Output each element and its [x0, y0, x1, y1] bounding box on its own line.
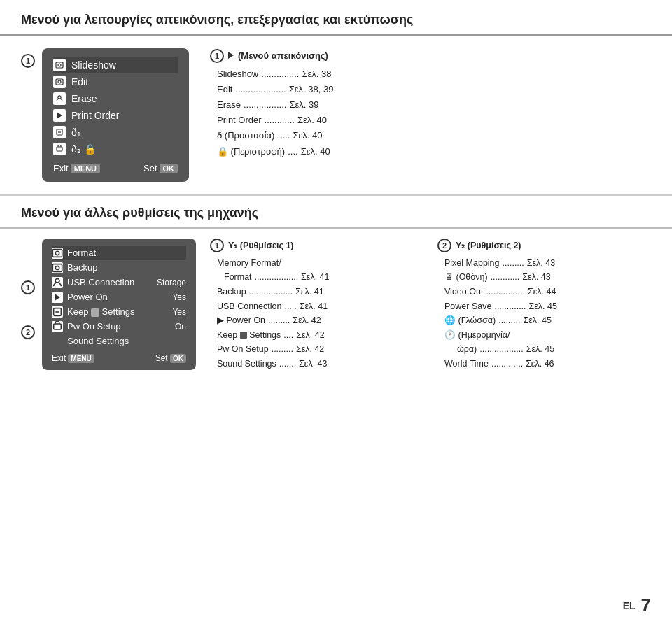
top-menu-box: Slideshow Edit Erase Print — [42, 48, 189, 182]
bd2-worldtime: World Time.............Σελ. 46 — [438, 357, 651, 371]
top-desc-erase-label: Erase — [217, 97, 241, 113]
usb-label: USB Connection — [67, 277, 134, 287]
top-desc-edit-label: Edit — [217, 82, 232, 97]
menu-item-pwonsetup[interactable]: Pw On Setup On — [52, 319, 186, 334]
menu-item-edit[interactable]: Edit — [53, 73, 178, 90]
soundsettings-label: Sound Settings — [67, 336, 129, 346]
footer-lang: EL — [623, 600, 636, 611]
set-label-top: Set — [144, 163, 158, 173]
bd1-usb: USB Connection.....Σελ. 41 — [210, 299, 424, 314]
pwonsetup-val: On — [175, 322, 186, 332]
top-desc-protect-label: ð (Προστασία) — [217, 128, 274, 143]
camera-icon-backup — [52, 262, 63, 273]
protect-icon — [53, 126, 66, 138]
svg-point-1 — [58, 64, 61, 66]
menu-item-slideshow[interactable]: Slideshow — [53, 57, 178, 73]
bd2-pixelmapping: Pixel Mapping.........Σελ. 43 — [438, 256, 651, 271]
bd2-datetime2: ώρα)..................Σελ. 45 — [438, 342, 651, 357]
badge-1: 1 — [21, 54, 35, 68]
bd1-memformat: Memory Format/ — [210, 256, 424, 271]
keep-label: Keep Settings — [67, 306, 135, 317]
bd1-poweron: ▶ Power On.........Σελ. 42 — [210, 313, 424, 328]
page-title: Μενού για λειτουργίες απεικόνισης, επεξε… — [0, 0, 672, 36]
exit-label-bottom: Exit — [52, 353, 66, 363]
top-desc-printorder-page: Σελ. 40 — [298, 113, 327, 128]
bottom-desc-col1: 1 Υ₁ (Ρυθμίσεις 1) Memory Format/ Format… — [210, 239, 424, 371]
svg-point-11 — [55, 266, 59, 269]
poweron-val: Yes — [172, 292, 186, 302]
top-desc-protect: ð (Προστασία).....Σελ. 40 — [210, 128, 333, 143]
svg-rect-10 — [52, 264, 62, 271]
bottom-desc1-header: Υ₁ (Ρυθμίσεις 1) — [228, 239, 294, 253]
badge-bottom-2: 2 — [21, 325, 35, 339]
top-exit-set: Exit MENU Set OK — [53, 163, 178, 173]
ok-key-top: OK — [160, 164, 178, 173]
pwonsetup-label: Pw On Setup — [67, 321, 121, 332]
menu-item-printorder[interactable]: Print Order — [53, 107, 178, 124]
top-desc-protect-page: Σελ. 40 — [293, 128, 323, 143]
menu-item-erase[interactable]: Erase — [53, 90, 178, 107]
badge-bottom-1: 1 — [21, 280, 35, 294]
svg-rect-8 — [52, 249, 62, 257]
menu-item-usb[interactable]: USB Connection Storage — [52, 275, 186, 290]
top-desc-printorder-label: Print Order — [217, 113, 262, 128]
top-desc-printorder: Print Order............Σελ. 40 — [210, 113, 333, 128]
menu-item-rotate[interactable]: ð₂ 🔒 — [53, 141, 178, 157]
play-icon-poweron — [52, 292, 63, 303]
rotate-label: ð₂ 🔒 — [71, 143, 96, 155]
bottom-menu-box: Format Backup USB Connection Storage — [42, 239, 196, 370]
svg-rect-2 — [56, 79, 63, 85]
menu-key-top: MENU — [71, 164, 100, 173]
svg-rect-0 — [56, 62, 63, 68]
top-desc-slideshow: Slideshow...............Σελ. 38 — [210, 66, 333, 82]
ok-key-bottom: OK — [170, 354, 186, 363]
menu-item-soundsettings[interactable]: Sound Settings — [52, 334, 186, 348]
top-desc-erase: Erase.................Σελ. 39 — [210, 97, 333, 113]
person-icon-usb — [52, 277, 63, 288]
printorder-label: Print Order — [71, 110, 119, 121]
camera-icon-slideshow — [53, 59, 66, 71]
play-icon-desc — [228, 48, 234, 64]
menu-item-format[interactable]: Format — [52, 246, 186, 260]
top-desc-slideshow-page: Σελ. 38 — [302, 66, 331, 82]
footer-page: 7 — [641, 595, 651, 616]
camera-icon-edit — [53, 76, 66, 88]
top-desc-rotate: 🔒 (Περιστροφή)....Σελ. 40 — [210, 144, 333, 159]
top-desc-rotate-label: 🔒 (Περιστροφή) — [217, 144, 285, 159]
bd1-soundsettings: Sound Settings.......Σελ. 43 — [210, 357, 424, 371]
bd1-backup: Backup..................Σελ. 41 — [210, 285, 424, 299]
top-desc-header: (Μενού απεικόνισης) — [238, 48, 328, 64]
backup-label: Backup — [67, 262, 97, 273]
bd2-powersave: Power Save.............Σελ. 45 — [438, 299, 651, 314]
bd1-format: Format..................Σελ. 41 — [210, 270, 424, 285]
erase-label: Erase — [71, 93, 97, 104]
protect-label: ð₁ — [71, 127, 81, 138]
menu-item-poweron[interactable]: Power On Yes — [52, 290, 186, 304]
svg-rect-15 — [54, 324, 62, 329]
bd2-datetime1: 🕐 (Ημερομηνία/ — [438, 328, 651, 343]
camera-icon-format — [52, 248, 63, 259]
menu-item-backup[interactable]: Backup — [52, 260, 186, 275]
bd2-videoout: Video Out................Σελ. 44 — [438, 285, 651, 299]
bd1-pwonsetup: Pw On Setup.........Σελ. 42 — [210, 342, 424, 357]
bd1-keep: Keep Settings....Σελ. 42 — [210, 328, 424, 343]
svg-rect-7 — [57, 147, 62, 151]
bottom-desc2-header: Υ₂ (Ρυθμίσεις 2) — [456, 239, 522, 253]
bottom-section-title: Μενού για άλλες ρυθμίσεις της μηχανής — [0, 196, 672, 229]
desc-badge-bottom-2: 2 — [438, 239, 451, 252]
svg-point-3 — [58, 80, 61, 83]
menu-item-keep[interactable]: Keep Settings Yes — [52, 304, 186, 319]
desc-badge-bottom-1: 1 — [210, 239, 224, 252]
rotate-icon — [53, 143, 66, 155]
footer: EL 7 — [623, 595, 651, 616]
top-desc-rotate-page: Σελ. 40 — [301, 144, 330, 159]
menu-key-bottom: MENU — [68, 354, 94, 363]
pwsetup-icon — [52, 321, 63, 332]
top-desc-edit: Edit....................Σελ. 38, 39 — [210, 82, 333, 97]
slideshow-label: Slideshow — [71, 59, 116, 71]
menu-item-protect[interactable]: ð₁ — [53, 124, 178, 141]
exit-label-top: Exit — [53, 163, 69, 173]
bottom-exit-set: Exit MENU Set OK — [52, 353, 186, 363]
edit-label: Edit — [71, 76, 88, 87]
top-desc-erase-page: Σελ. 39 — [289, 97, 318, 113]
